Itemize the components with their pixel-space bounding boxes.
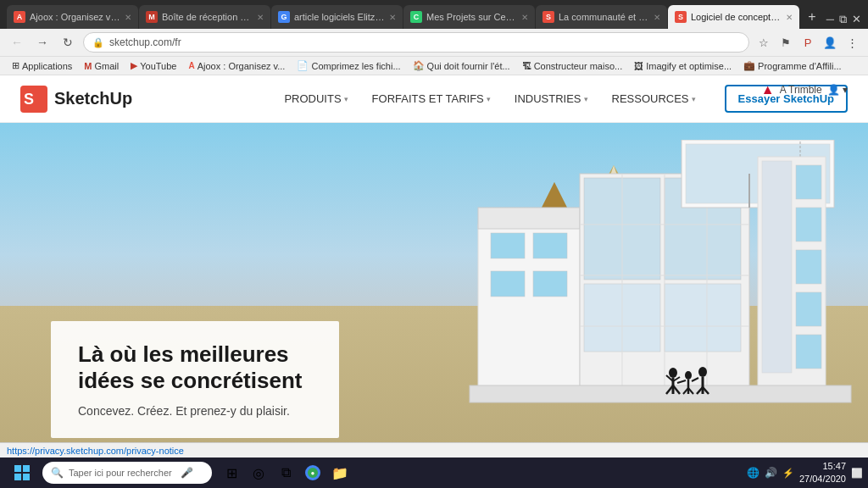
nav-item-industries[interactable]: INDUSTRIES ▾ <box>503 75 600 123</box>
site-logo-text: SketchUp <box>54 89 132 108</box>
taskbar-chrome-icon[interactable]: ● <box>300 459 326 486</box>
tab-close-2[interactable]: ✕ <box>257 13 264 22</box>
bookmark-ajoox[interactable]: A Ajoox : Organisez v... <box>183 59 290 73</box>
bookmarks-bar: ⊞ Applications M Gmail ▶ YouTube A Ajoox… <box>0 57 868 75</box>
bookmark-compress-label: Comprimez les fichi... <box>311 61 400 71</box>
tab-favicon-3: G <box>278 11 290 23</box>
status-url: https://privacy.sketchup.com/privacy-not… <box>7 446 184 456</box>
building-illustration <box>342 140 868 411</box>
windows-icon <box>14 465 30 480</box>
sketchup-logo-icon: S <box>20 86 47 113</box>
tab-favicon-6: S <box>675 11 687 23</box>
tab-close-4[interactable]: ✕ <box>521 13 528 22</box>
new-tab-button[interactable]: + <box>800 5 824 29</box>
star-icon[interactable]: ☆ <box>754 33 773 52</box>
restore-button[interactable]: ⧉ <box>839 13 847 26</box>
imagify-icon: 🖼 <box>634 61 643 71</box>
chevron-produits-icon: ▾ <box>344 95 348 103</box>
browser-status-bar: https://privacy.sketchup.com/privacy-not… <box>0 442 868 458</box>
bookmark-imagify[interactable]: 🖼 Imagify et optimise... <box>629 59 737 73</box>
tab-close-6[interactable]: ✕ <box>786 13 793 22</box>
nav-item-forfaits[interactable]: FORFAITS ET TARIFS ▾ <box>360 75 503 123</box>
svg-point-46 <box>698 367 707 377</box>
tab-label-4: Mes Projets sur Cedar Archite... <box>426 12 517 22</box>
svg-rect-34 <box>796 335 821 369</box>
svg-point-42 <box>685 371 692 380</box>
taskbar-search-placeholder: Taper ici pour rechercher <box>69 468 172 478</box>
youtube-icon: ▶ <box>131 60 137 71</box>
tab-4[interactable]: C Mes Projets sur Cedar Archite... ✕ <box>403 5 535 29</box>
hero-section: Là où les meilleures idées se concrétise… <box>0 123 868 488</box>
pinterest-icon[interactable]: P <box>798 33 817 52</box>
trimble-icon: ▲ <box>761 82 775 97</box>
tab-label-1: Ajoox : Organisez vos favoris : <box>30 12 120 22</box>
close-window-button[interactable]: ✕ <box>852 13 861 26</box>
site-header: ▲ A Trimble 👤 ▾ S SketchUp PRODUITS ▾ FO… <box>0 75 868 123</box>
tab-5[interactable]: S La communauté et les outils p... ✕ <box>536 5 667 29</box>
svg-text:S: S <box>24 91 34 108</box>
trimble-area: ▲ A Trimble 👤 ▾ <box>761 82 848 97</box>
tab-3[interactable]: G article logiciels Elitz - Google ... ✕ <box>271 5 403 29</box>
taskbar-apps-icon[interactable]: ⊞ <box>219 459 244 486</box>
bookmark-compress[interactable]: 📄 Comprimez les fichi... <box>292 58 405 73</box>
bookmark-fournir-label: Qui doit fournir l'ét... <box>427 61 510 71</box>
nav-bar: ← → ↻ 🔒 sketchup.com/fr ☆ ⚑ P 👤 ⋮ <box>0 29 868 57</box>
tab-close-1[interactable]: ✕ <box>125 13 131 22</box>
bookmark-constructeur[interactable]: 🏗 Constructeur maiso... <box>517 59 628 73</box>
svg-rect-53 <box>23 465 30 472</box>
taskbar-date: 27/04/2020 <box>799 473 846 485</box>
tab-2[interactable]: M Boîte de réception (3) - jmois... ✕ <box>139 5 270 29</box>
user-icon[interactable]: 👤 ▾ <box>827 84 848 96</box>
tab-label-5: La communauté et les outils p... <box>559 12 649 22</box>
svg-rect-9 <box>491 233 525 258</box>
svg-rect-33 <box>796 292 821 326</box>
chevron-forfaits-icon: ▾ <box>487 95 491 103</box>
tab-bar: A Ajoox : Organisez vos favoris : ✕ M Bo… <box>0 0 868 29</box>
gmail-icon: M <box>84 61 92 71</box>
site-logo: S SketchUp <box>20 86 132 113</box>
translate-icon[interactable]: ⚑ <box>776 33 795 52</box>
nav-label-ressources: RESSOURCES <box>612 92 689 105</box>
taskbar-clock[interactable]: 15:47 27/04/2020 <box>799 460 846 486</box>
minimize-button[interactable]: ─ <box>826 13 834 26</box>
taskbar-files-icon[interactable]: 📁 <box>327 459 353 486</box>
bookmark-youtube[interactable]: ▶ YouTube <box>125 58 181 73</box>
tab-close-5[interactable]: ✕ <box>654 13 660 22</box>
bookmark-gmail[interactable]: M Gmail <box>79 59 124 73</box>
tab-favicon-5: S <box>542 11 554 23</box>
svg-point-36 <box>669 368 677 378</box>
website-content: ▲ A Trimble 👤 ▾ S SketchUp PRODUITS ▾ FO… <box>0 75 868 488</box>
nav-item-ressources[interactable]: RESSOURCES ▾ <box>600 75 708 123</box>
bookmark-apps[interactable]: ⊞ Applications <box>7 58 77 73</box>
menu-icon[interactable]: ⋮ <box>843 33 861 52</box>
reload-button[interactable]: ↻ <box>58 32 78 53</box>
bookmark-fournir[interactable]: 🏠 Qui doit fournir l'ét... <box>408 58 515 73</box>
tab-close-3[interactable]: ✕ <box>389 13 396 22</box>
tab-1[interactable]: A Ajoox : Organisez vos favoris : ✕ <box>7 5 138 29</box>
profile-icon[interactable]: 👤 <box>821 33 839 52</box>
hero-subtitle: Concevez. Créez. Et prenez-y du plaisir. <box>78 404 312 418</box>
svg-rect-55 <box>23 474 30 480</box>
tab-label-2: Boîte de réception (3) - jmois... <box>162 12 253 22</box>
svg-rect-11 <box>491 271 525 297</box>
address-bar[interactable]: 🔒 sketchup.com/fr <box>83 32 749 53</box>
tab-6[interactable]: S Logiciel de conception 3D | Mo... ✕ <box>668 5 799 29</box>
taskbar-search[interactable]: 🔍 Taper ici pour rechercher 🎤 <box>42 462 212 484</box>
svg-rect-10 <box>533 233 567 258</box>
start-button[interactable] <box>5 459 39 486</box>
svg-rect-54 <box>14 474 21 480</box>
address-text: sketchup.com/fr <box>109 36 181 48</box>
taskbar-notification-icon[interactable]: ⬜ <box>851 468 863 479</box>
bookmark-imagify-label: Imagify et optimise... <box>646 61 732 71</box>
nav-item-produits[interactable]: PRODUITS ▾ <box>272 75 359 123</box>
taskbar-cortana-icon[interactable]: ◎ <box>246 459 271 486</box>
mic-icon: 🎤 <box>181 467 193 479</box>
forward-button[interactable]: → <box>32 32 53 53</box>
nav-label-industries: INDUSTRIES <box>515 92 581 105</box>
chevron-industries-icon: ▾ <box>584 95 588 103</box>
back-button[interactable]: ← <box>7 32 27 53</box>
site-nav: PRODUITS ▾ FORFAITS ET TARIFS ▾ INDUSTRI… <box>272 75 707 123</box>
svg-rect-31 <box>796 208 821 241</box>
taskbar-taskview-icon[interactable]: ⧉ <box>273 459 298 486</box>
bookmark-affili[interactable]: 💼 Programme d'Affili... <box>738 58 846 73</box>
